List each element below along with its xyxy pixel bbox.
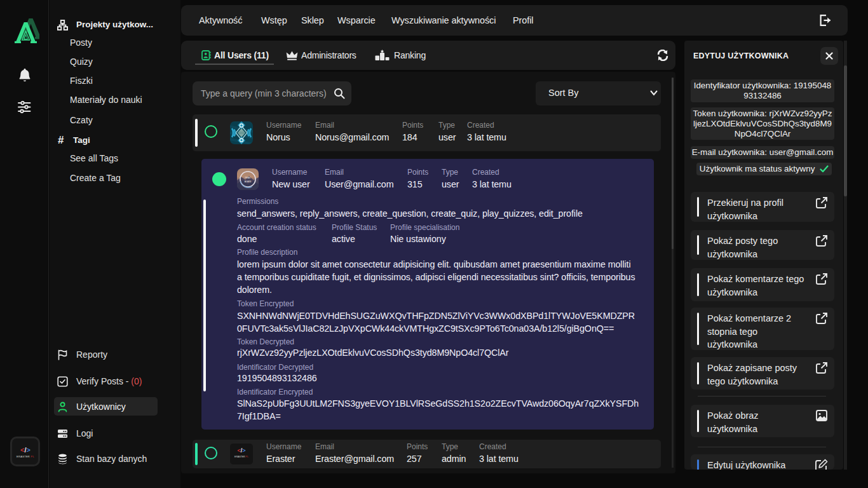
svg-text:PEAK: PEAK xyxy=(245,177,251,179)
svg-text:AGAIN: AGAIN xyxy=(245,180,252,183)
